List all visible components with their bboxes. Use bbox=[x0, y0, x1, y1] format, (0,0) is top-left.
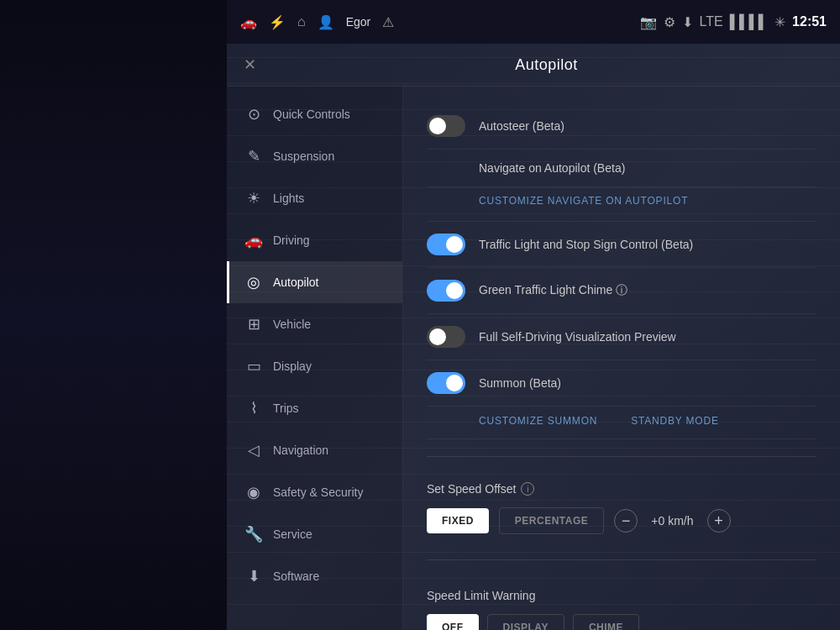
settings-gear-icon: ⚙ bbox=[664, 14, 675, 30]
close-button[interactable]: ✕ bbox=[244, 55, 256, 74]
user-name: Egor bbox=[346, 15, 371, 29]
download-icon: ⬇ bbox=[682, 14, 693, 30]
user-icon: 👤 bbox=[318, 14, 334, 30]
status-bar-left: 🚗 ⚡ ⌂ 👤 Egor ⚠ bbox=[240, 14, 394, 30]
camera-icon: 📷 bbox=[640, 14, 657, 30]
signal-icon: LTE bbox=[700, 14, 723, 29]
bars-icon: ▌▌▌▌ bbox=[730, 14, 768, 29]
main-screen: ✕ Autopilot ⊙ Quick Controls ✎ Suspensio… bbox=[227, 44, 840, 630]
green-chime-toggle[interactable] bbox=[427, 280, 465, 302]
fsd-visual-toggle[interactable] bbox=[427, 326, 465, 348]
lightning-icon: ⚡ bbox=[269, 14, 286, 30]
summon-toggle[interactable] bbox=[427, 372, 465, 394]
traffic-light-toggle[interactable] bbox=[427, 234, 465, 255]
status-bar: 🚗 ⚡ ⌂ 👤 Egor ⚠ 📷 ⚙ ⬇ LTE ▌▌▌▌ ✳ 12:51 bbox=[227, 0, 840, 44]
status-bar-right: 📷 ⚙ ⬇ LTE ▌▌▌▌ ✳ 12:51 bbox=[640, 14, 827, 30]
screen-header: ✕ Autopilot bbox=[227, 44, 840, 87]
bluetooth-icon: ✳ bbox=[774, 14, 785, 30]
car-frame: 🚗 ⚡ ⌂ 👤 Egor ⚠ 📷 ⚙ ⬇ LTE ▌▌▌▌ ✳ 12:51 ✕ … bbox=[0, 0, 840, 630]
background-watermark bbox=[227, 44, 840, 630]
left-panel bbox=[0, 0, 227, 630]
car-status-icon: 🚗 bbox=[240, 14, 257, 30]
time-display: 12:51 bbox=[792, 14, 827, 29]
screen-title: Autopilot bbox=[270, 56, 823, 74]
autosteer-toggle[interactable] bbox=[427, 115, 465, 137]
home-icon: ⌂ bbox=[297, 14, 306, 29]
alert-icon: ⚠ bbox=[382, 14, 394, 30]
